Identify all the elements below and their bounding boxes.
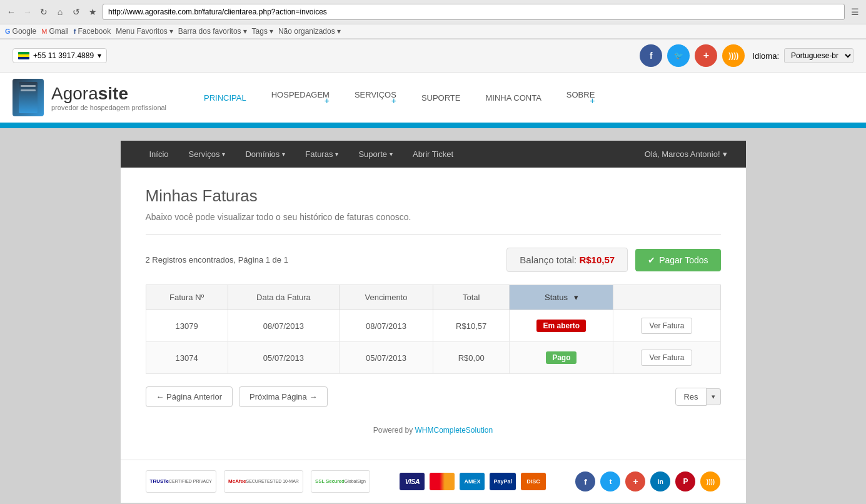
footer-facebook-btn[interactable]: f bbox=[575, 471, 595, 491]
ver-fatura-button[interactable]: Ver Fatura bbox=[641, 318, 692, 334]
cell-action: Ver Fatura bbox=[613, 342, 720, 374]
phone-selector[interactable]: +55 11 3917.4889 ▾ bbox=[13, 48, 107, 63]
powered-by: Powered by WHMCompleteSolution bbox=[146, 426, 721, 435]
client-nav-servicos[interactable]: Serviços ▾ bbox=[179, 141, 236, 168]
col-total: Total bbox=[433, 285, 510, 310]
twitter-btn[interactable]: 🐦 bbox=[667, 44, 690, 67]
footer-twitter-btn[interactable]: t bbox=[600, 471, 620, 491]
bookmark-nao-organizados[interactable]: Não organizados ▾ bbox=[278, 27, 341, 36]
bookmark-menu-favoritos[interactable]: Menu Favoritos ▾ bbox=[116, 27, 173, 36]
google-plus-btn[interactable]: + bbox=[695, 44, 717, 67]
cell-total: R$10,57 bbox=[433, 310, 510, 342]
client-nav-inicio[interactable]: Início bbox=[139, 141, 179, 168]
bookmarks-bar: G Google M Gmail f Facebook Menu Favorit… bbox=[0, 24, 866, 39]
invoices-header: 2 Registros encontrados, Página 1 de 1 B… bbox=[146, 248, 721, 272]
prev-page-button[interactable]: ← Página Anterior bbox=[146, 386, 233, 407]
client-nav-faturas[interactable]: Faturas ▾ bbox=[295, 141, 348, 168]
bookmark-facebook[interactable]: f Facebook bbox=[74, 27, 111, 36]
client-nav-suporte[interactable]: Suporte ▾ bbox=[348, 141, 403, 168]
history-btn[interactable]: ↺ bbox=[70, 6, 83, 18]
cell-due: 08/07/2013 bbox=[339, 310, 433, 342]
divider bbox=[146, 234, 721, 235]
idioma-select[interactable]: Portuguese-br bbox=[784, 48, 853, 63]
payment-logos: VISA AMEX PayPal DISC bbox=[400, 473, 546, 490]
bookmark-gmail[interactable]: M Gmail bbox=[41, 27, 69, 36]
cell-action: Ver Fatura bbox=[613, 310, 720, 342]
records-info: 2 Registros encontrados, Página 1 de 1 bbox=[146, 255, 288, 265]
bookmark-tags[interactable]: Tags ▾ bbox=[252, 27, 273, 36]
reload-btn[interactable]: ↻ bbox=[38, 6, 50, 18]
col-status[interactable]: Status ▾ bbox=[510, 285, 613, 310]
res-btn-main[interactable]: Res bbox=[675, 388, 706, 406]
footer-pinterest-btn[interactable]: P bbox=[675, 471, 695, 491]
nav-item-servicos[interactable]: SERVIÇOS + bbox=[342, 73, 409, 124]
facebook-btn[interactable]: f bbox=[640, 44, 662, 67]
page-subtitle: Abaixo você pode visualizar todo o seu h… bbox=[146, 212, 721, 222]
bookmark-barra-favoritos[interactable]: Barra dos favoritos ▾ bbox=[178, 27, 247, 36]
greeting-arrow-icon: ▾ bbox=[723, 149, 727, 159]
client-nav-items: Início Serviços ▾ Domínios ▾ Faturas ▾ bbox=[139, 141, 464, 168]
footer-linkedin-btn[interactable]: in bbox=[650, 471, 670, 491]
main-nav-items: PRINCIPAL HOSPEDAGEM + SERVIÇOS + SUPORT… bbox=[191, 73, 607, 123]
visa-logo: VISA bbox=[400, 473, 425, 490]
col-invoice-num: Fatura Nº bbox=[146, 285, 228, 310]
status-badge: Em aberto bbox=[536, 320, 586, 332]
suporte-arrow-icon: ▾ bbox=[390, 151, 393, 158]
footer-rss-btn[interactable]: )))) bbox=[700, 471, 720, 491]
truste-logo: TRUSTe CERTIFIED PRIVACY bbox=[146, 470, 217, 493]
client-nav-dominios[interactable]: Domínios ▾ bbox=[235, 141, 295, 168]
balance-amount: R$10,57 bbox=[579, 255, 615, 265]
page-title: Minhas Faturas bbox=[146, 186, 721, 206]
back-btn[interactable]: ← bbox=[5, 6, 18, 18]
col-date: Data da Fatura bbox=[228, 285, 339, 310]
dominios-arrow-icon: ▾ bbox=[282, 151, 285, 158]
amex-logo: AMEX bbox=[460, 473, 485, 490]
top-bar: +55 11 3917.4889 ▾ f 🐦 + )))) Idioma: Po… bbox=[0, 39, 866, 73]
main-content: Minhas Faturas Abaixo você pode visualiz… bbox=[121, 168, 746, 460]
res-dropdown: Res ▾ bbox=[675, 388, 720, 406]
trust-bar: TRUSTe CERTIFIED PRIVACY McAfee SECURE T… bbox=[121, 460, 746, 503]
ver-fatura-button[interactable]: Ver Fatura bbox=[641, 350, 692, 366]
res-dropdown-arrow-icon[interactable]: ▾ bbox=[707, 388, 721, 405]
cell-total: R$0,00 bbox=[433, 342, 510, 374]
checkmark-icon: ✔ bbox=[648, 255, 655, 265]
client-nav-greeting[interactable]: Olá, Marcos Antonio! ▾ bbox=[645, 149, 727, 159]
next-page-button[interactable]: Próxima Página → bbox=[239, 386, 328, 407]
status-sort-icon: ▾ bbox=[574, 293, 578, 302]
client-nav-abrir-ticket[interactable]: Abrir Ticket bbox=[403, 141, 463, 168]
bookmark-star[interactable]: ★ bbox=[86, 6, 99, 18]
nav-item-principal[interactable]: PRINCIPAL bbox=[191, 73, 259, 124]
brazil-flag-icon bbox=[18, 52, 29, 59]
trust-logos: TRUSTe CERTIFIED PRIVACY McAfee SECURE T… bbox=[146, 470, 370, 493]
logo-title: Agorasite bbox=[51, 84, 166, 104]
forward-btn[interactable]: → bbox=[21, 6, 34, 18]
hospedagem-plus-icon: + bbox=[325, 96, 330, 106]
nav-item-suporte[interactable]: SUPORTE bbox=[409, 73, 473, 124]
footer-plus-btn[interactable]: + bbox=[625, 471, 645, 491]
nav-item-minhaconta[interactable]: MINHA CONTA bbox=[473, 73, 553, 124]
content-box: Início Serviços ▾ Domínios ▾ Faturas ▾ bbox=[121, 141, 746, 460]
top-right-area: f 🐦 + )))) Idioma: Portuguese-br bbox=[640, 44, 853, 67]
browser-chrome: ← → ↻ ⌂ ↺ ★ ☰ G Google M Gmail f Faceboo… bbox=[0, 0, 866, 39]
social-icons-footer: f t + in P )))) bbox=[575, 471, 720, 491]
home-btn[interactable]: ⌂ bbox=[54, 6, 66, 18]
cell-due: 05/07/2013 bbox=[339, 342, 433, 374]
address-bar[interactable] bbox=[103, 4, 845, 20]
rss-btn[interactable]: )))) bbox=[722, 44, 745, 67]
client-nav: Início Serviços ▾ Domínios ▾ Faturas ▾ bbox=[121, 141, 746, 168]
bookmark-google[interactable]: G Google bbox=[5, 27, 36, 36]
social-icons-top: f 🐦 + )))) bbox=[640, 44, 745, 67]
cell-invoice-num: 13074 bbox=[146, 342, 228, 374]
cell-status: Pago bbox=[510, 342, 613, 374]
cell-status: Em aberto bbox=[510, 310, 613, 342]
whmcs-link[interactable]: WHMCompleteSolution bbox=[415, 426, 493, 435]
mcafee-logo: McAfee SECURE TESTED 10-MAR bbox=[224, 470, 303, 493]
discover-logo: DISC bbox=[521, 473, 546, 490]
nav-item-sobre[interactable]: SOBRE + bbox=[554, 73, 608, 124]
ssl-logo: SSL Secured GlobalSign bbox=[311, 470, 370, 493]
nav-item-hospedagem[interactable]: HOSPEDAGEM + bbox=[259, 73, 342, 124]
pay-all-button[interactable]: ✔ Pagar Todos bbox=[635, 249, 720, 271]
mastercard-logo bbox=[430, 473, 455, 490]
menu-btn[interactable]: ☰ bbox=[848, 6, 861, 18]
cell-date: 08/07/2013 bbox=[228, 310, 339, 342]
